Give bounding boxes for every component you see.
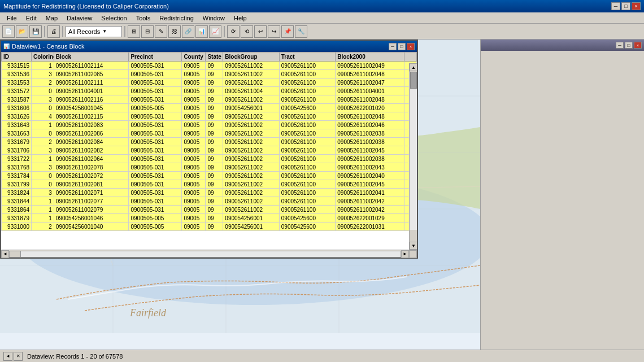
nav-prev-button[interactable]: ◄ — [3, 352, 12, 361]
table-cell: 090052611002082 — [54, 146, 129, 155]
toolbar-open-button[interactable]: 📂 — [16, 25, 28, 38]
table-cell: 090052611002 — [223, 129, 279, 138]
scroll-up-button[interactable]: ▲ — [410, 63, 417, 71]
table-row[interactable]: 933151510900526110021140900505-031090050… — [2, 62, 417, 70]
menu-item-help[interactable]: Help — [229, 14, 251, 23]
right-panel-max[interactable]: □ — [625, 42, 633, 49]
nav-close-button[interactable]: ✕ — [14, 352, 23, 361]
table-row[interactable]: 933179900900526110020810900505-031090050… — [2, 180, 417, 189]
close-button[interactable]: × — [632, 2, 641, 10]
table-cell: 4 — [32, 112, 54, 121]
menu-item-dataview[interactable]: Dataview — [62, 14, 97, 23]
app-title: Maptitude for Redistricting (Licensed to… — [3, 3, 169, 10]
toolbar-btn-j[interactable]: ↩ — [254, 25, 267, 38]
scroll-down-button[interactable]: ▼ — [410, 242, 417, 250]
table-cell: 09 — [206, 62, 223, 70]
scroll-left-button[interactable]: ◄ — [1, 250, 9, 258]
toolbar-separator-3 — [124, 26, 125, 37]
toolbar-btn-e[interactable]: 🔗 — [182, 25, 194, 38]
table-row[interactable]: 933166300900526110020860900505-031090050… — [2, 129, 417, 138]
table-row[interactable]: 933184410900526110020770900505-031090050… — [2, 197, 417, 206]
table-row[interactable]: 933182430900526110020710900505-031090050… — [2, 189, 417, 197]
menu-item-tools[interactable]: Tools — [132, 14, 155, 23]
table-row[interactable]: 933170630900526110020820900505-031090050… — [2, 146, 417, 155]
table-cell: 090052611002 — [223, 180, 279, 189]
h-scroll-thumb[interactable] — [9, 251, 20, 258]
table-row[interactable]: 933158730900526110021160900505-031090050… — [2, 95, 417, 104]
table-cell: 090052611002114 — [54, 62, 129, 70]
table-cell: 0900505-031 — [129, 146, 182, 155]
table-row[interactable]: 933100020900542560010400900505-005090050… — [2, 223, 417, 231]
table-cell: 09005 — [182, 214, 206, 223]
menu-item-file[interactable]: File — [2, 14, 21, 23]
menu-item-edit[interactable]: Edit — [21, 14, 41, 23]
toolbar-btn-l[interactable]: 📌 — [281, 25, 294, 38]
toolbar-print-button[interactable]: 🖨 — [47, 25, 60, 38]
toolbar-btn-a[interactable]: ⊞ — [128, 25, 140, 38]
table-row[interactable]: 933176830900526110020780900505-031090050… — [2, 163, 417, 172]
table-cell: 09005 — [182, 95, 206, 104]
table-cell: 090054256001045 — [54, 104, 129, 112]
dataview-max-button[interactable]: □ — [398, 43, 406, 50]
table-cell: 09005 — [182, 172, 206, 180]
table-cell: 9331844 — [2, 197, 32, 206]
scroll-thumb[interactable] — [410, 72, 417, 89]
dataview-close-button[interactable]: × — [407, 43, 415, 50]
toolbar-btn-i[interactable]: ⟲ — [241, 25, 253, 38]
maximize-button[interactable]: □ — [621, 2, 630, 10]
menu-item-redistricting[interactable]: Redistricting — [155, 14, 198, 23]
table-cell: 090052611002042 — [336, 197, 404, 206]
table-cell: 090052611002038 — [336, 138, 404, 146]
menu-item-map[interactable]: Map — [41, 14, 62, 23]
table-row[interactable]: 933167920900526110020840900505-031090050… — [2, 138, 417, 146]
horizontal-scrollbar[interactable]: ◄ ► — [1, 250, 417, 258]
table-row[interactable]: 933164310900526110020830900505-031090050… — [2, 121, 417, 129]
toolbar-btn-h[interactable]: ⟳ — [227, 25, 240, 38]
toolbar-btn-f[interactable]: 📊 — [195, 25, 208, 38]
table-cell: 090052611004001 — [336, 87, 404, 95]
right-panel: ─ □ × — [480, 40, 644, 350]
table-cell: 090052611002043 — [336, 163, 404, 172]
table-cell: 0900505-031 — [129, 155, 182, 163]
toolbar-btn-g[interactable]: 📈 — [209, 25, 221, 38]
scroll-right-button[interactable]: ► — [401, 250, 409, 258]
table-cell: 09 — [206, 112, 223, 121]
table-cell: 3 — [32, 95, 54, 104]
table-row[interactable]: 933187910900542560010460900505-005090050… — [2, 214, 417, 223]
table-row[interactable]: 933160600900542560010450900505-005090050… — [2, 104, 417, 112]
right-panel-close[interactable]: × — [634, 42, 642, 49]
toolbar-new-button[interactable]: 📄 — [2, 25, 15, 38]
table-cell: 09 — [206, 180, 223, 189]
toolbar-btn-d[interactable]: ⛓ — [168, 25, 181, 38]
table-cell: 9331768 — [2, 163, 32, 172]
toolbar-btn-c[interactable]: ✎ — [155, 25, 167, 38]
menu-item-selection[interactable]: Selection — [97, 14, 131, 23]
table-cell: 9331679 — [2, 138, 32, 146]
toolbar-btn-b[interactable]: ⊟ — [141, 25, 154, 38]
table-row[interactable]: 933162640900526110021150900505-031090050… — [2, 112, 417, 121]
toolbar-save-button[interactable]: 💾 — [29, 25, 42, 38]
table-row[interactable]: 933153630900526110020850900505-031090050… — [2, 70, 417, 78]
minimize-button[interactable]: ─ — [611, 2, 620, 10]
table-cell: 090052611002 — [223, 189, 279, 197]
table-cell: 09005261100 — [279, 62, 335, 70]
toolbar-btn-m[interactable]: 🔧 — [295, 25, 307, 38]
right-panel-min[interactable]: ─ — [616, 42, 624, 49]
table-row[interactable]: 933178400900526110020720900505-031090050… — [2, 172, 417, 180]
records-dropdown[interactable]: All Records ▼ — [66, 26, 122, 37]
table-cell: 090052611002 — [223, 78, 279, 87]
table-row[interactable]: 933172210900526110020640900505-031090050… — [2, 155, 417, 163]
table-row[interactable]: 933155320900526110021110900505-031090050… — [2, 78, 417, 87]
table-row[interactable]: 933157200900526110040010900505-031090050… — [2, 87, 417, 95]
table-cell: 0 — [32, 104, 54, 112]
vertical-scrollbar[interactable]: ▲ ▼ — [409, 63, 417, 250]
dataview-min-button[interactable]: ─ — [389, 43, 397, 50]
table-cell: 090052611002 — [223, 121, 279, 129]
menu-item-window[interactable]: Window — [198, 14, 229, 23]
table-cell: 9331879 — [2, 214, 32, 223]
table-cell: 09 — [206, 163, 223, 172]
toolbar-btn-k[interactable]: ↪ — [268, 25, 280, 38]
table-cell: 09005 — [182, 112, 206, 121]
table-cell: 0 — [32, 172, 54, 180]
table-row[interactable]: 933186410900526110020790900505-031090050… — [2, 206, 417, 214]
